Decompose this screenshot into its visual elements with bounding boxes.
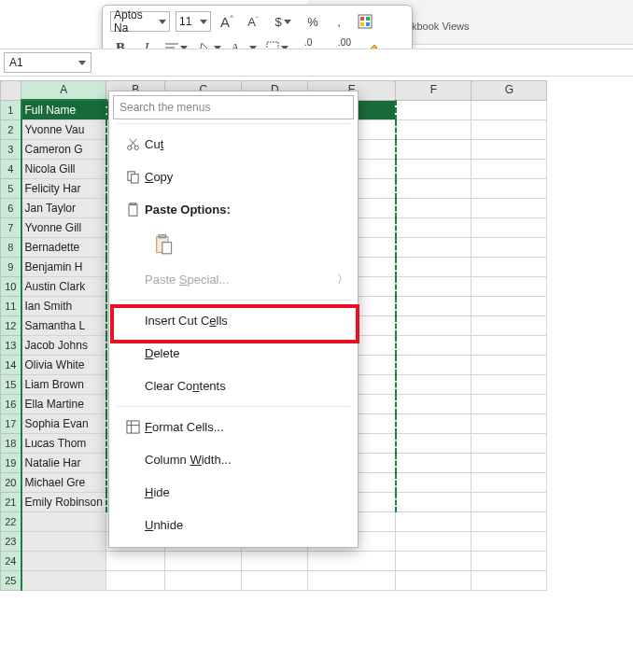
cell[interactable] bbox=[471, 258, 547, 277]
cell[interactable]: Benjamin H bbox=[21, 258, 106, 277]
menu-insert-cut-cells[interactable]: Insert Cut Cells bbox=[109, 304, 358, 337]
font-name-combo[interactable]: Aptos Na bbox=[110, 11, 170, 32]
cell[interactable]: Liam Brown bbox=[21, 375, 106, 395]
row-header[interactable]: 6 bbox=[1, 199, 21, 218]
cell[interactable]: Felicity Har bbox=[21, 179, 106, 199]
cell[interactable] bbox=[242, 571, 308, 591]
cell[interactable] bbox=[308, 552, 396, 571]
cell[interactable] bbox=[396, 414, 471, 434]
cell[interactable] bbox=[471, 336, 547, 356]
cell[interactable] bbox=[396, 120, 471, 140]
row-header[interactable]: 22 bbox=[1, 512, 21, 532]
cell[interactable] bbox=[396, 238, 471, 258]
cell[interactable] bbox=[396, 336, 471, 356]
cell[interactable] bbox=[471, 434, 547, 454]
cell[interactable] bbox=[471, 277, 547, 297]
row-header[interactable]: 24 bbox=[1, 552, 21, 571]
cell[interactable] bbox=[21, 532, 106, 552]
cell[interactable] bbox=[471, 395, 547, 414]
cell[interactable]: Bernadette bbox=[21, 238, 106, 258]
row-header[interactable]: 5 bbox=[1, 179, 21, 199]
decrease-font-button[interactable]: Aˇ bbox=[243, 11, 263, 32]
cell[interactable] bbox=[471, 375, 547, 395]
row-header[interactable]: 17 bbox=[1, 414, 21, 434]
row-header[interactable]: 25 bbox=[1, 571, 21, 591]
select-all-corner[interactable] bbox=[1, 81, 21, 101]
cell[interactable]: Yvonne Gill bbox=[21, 218, 106, 238]
cell[interactable] bbox=[396, 434, 471, 454]
cell[interactable] bbox=[396, 552, 471, 571]
row-header[interactable]: 11 bbox=[1, 297, 21, 316]
cell[interactable]: Yvonne Vau bbox=[21, 120, 106, 140]
cell[interactable] bbox=[21, 552, 106, 571]
row-header[interactable]: 20 bbox=[1, 473, 21, 493]
cell[interactable] bbox=[396, 199, 471, 218]
comma-style-button[interactable]: , bbox=[329, 11, 349, 32]
cell[interactable] bbox=[396, 473, 471, 493]
cell[interactable] bbox=[396, 140, 471, 160]
cell[interactable] bbox=[308, 571, 396, 591]
cell[interactable] bbox=[471, 297, 547, 316]
cell[interactable] bbox=[471, 199, 547, 218]
paste-default-button[interactable] bbox=[150, 231, 176, 258]
cell[interactable] bbox=[471, 218, 547, 238]
menu-hide[interactable]: Hide bbox=[109, 476, 358, 509]
cell[interactable] bbox=[21, 512, 106, 532]
cell[interactable] bbox=[471, 160, 547, 179]
menu-column-width[interactable]: Column Width... bbox=[109, 443, 358, 476]
increase-font-button[interactable]: A^ bbox=[217, 11, 237, 32]
cell[interactable] bbox=[471, 552, 547, 571]
cell[interactable] bbox=[396, 571, 471, 591]
row-header[interactable]: 16 bbox=[1, 395, 21, 414]
cell[interactable] bbox=[471, 120, 547, 140]
row-header[interactable]: 2 bbox=[1, 120, 21, 140]
row-header[interactable]: 9 bbox=[1, 258, 21, 277]
column-header-A[interactable]: A bbox=[21, 81, 106, 101]
cell[interactable] bbox=[106, 552, 165, 571]
row-header[interactable]: 14 bbox=[1, 356, 21, 375]
column-header-F[interactable]: F bbox=[396, 81, 471, 101]
cell[interactable] bbox=[471, 454, 547, 473]
cell[interactable] bbox=[471, 179, 547, 199]
cell[interactable] bbox=[396, 160, 471, 179]
cell[interactable] bbox=[471, 316, 547, 336]
cell[interactable]: Samantha L bbox=[21, 316, 106, 336]
cell[interactable] bbox=[396, 100, 471, 120]
cell[interactable]: Emily Robinson bbox=[21, 493, 106, 512]
cell[interactable] bbox=[471, 140, 547, 160]
cell[interactable] bbox=[396, 258, 471, 277]
cell[interactable]: Natalie Har bbox=[21, 454, 106, 473]
menu-clear-contents[interactable]: Clear Contents bbox=[109, 370, 358, 402]
cell[interactable] bbox=[396, 277, 471, 297]
menu-cut[interactable]: Cut bbox=[109, 128, 358, 161]
cell[interactable] bbox=[471, 493, 547, 512]
cell[interactable] bbox=[471, 356, 547, 375]
cell[interactable] bbox=[396, 493, 471, 512]
column-header-G[interactable]: G bbox=[471, 81, 547, 101]
row-header[interactable]: 8 bbox=[1, 238, 21, 258]
cell[interactable]: Olivia White bbox=[21, 356, 106, 375]
cell[interactable] bbox=[396, 218, 471, 238]
cell[interactable] bbox=[471, 238, 547, 258]
cell[interactable] bbox=[471, 100, 547, 120]
cell[interactable]: Ella Martine bbox=[21, 395, 106, 414]
cell[interactable]: Ian Smith bbox=[21, 297, 106, 316]
cell[interactable] bbox=[396, 375, 471, 395]
percent-button[interactable]: % bbox=[302, 11, 323, 32]
name-box[interactable]: A1 bbox=[4, 52, 91, 73]
cell[interactable] bbox=[106, 571, 165, 591]
cell[interactable] bbox=[471, 473, 547, 493]
cell[interactable] bbox=[471, 532, 547, 552]
cell[interactable]: Lucas Thom bbox=[21, 434, 106, 454]
menu-unhide[interactable]: Unhide bbox=[109, 509, 358, 541]
cell[interactable] bbox=[396, 532, 471, 552]
cell[interactable] bbox=[165, 552, 242, 571]
cell[interactable]: Cameron G bbox=[21, 140, 106, 160]
cell[interactable]: Full Name bbox=[21, 100, 106, 120]
row-header[interactable]: 18 bbox=[1, 434, 21, 454]
cell[interactable]: Nicola Gill bbox=[21, 160, 106, 179]
cell[interactable] bbox=[396, 297, 471, 316]
row-header[interactable]: 7 bbox=[1, 218, 21, 238]
cell[interactable] bbox=[396, 179, 471, 199]
cell[interactable]: Austin Clark bbox=[21, 277, 106, 297]
